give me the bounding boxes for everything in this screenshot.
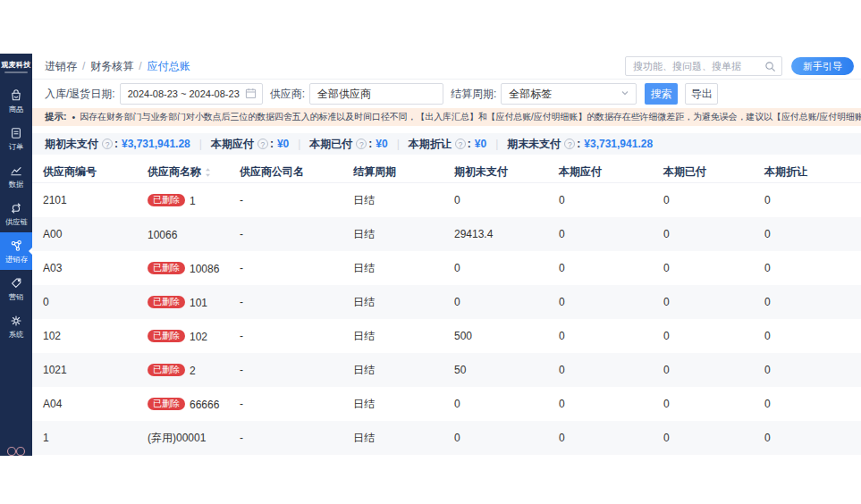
summary-separator: | [495,138,498,150]
company-name-cell: - [229,330,342,342]
sidebar-item-label: 系统 [9,330,24,338]
sidebar-item-系统[interactable]: 系统 [0,307,32,345]
settlement-cycle-cell: 日结 [342,193,443,208]
system-gear-icon [9,314,23,328]
company-name-cell: - [229,296,342,308]
settlement-cycle-cell: 日结 [342,363,443,378]
summary-value: ¥0 [475,138,486,150]
column-header-label: 本期应付 [559,164,602,180]
summary-item: 本期已付?:¥0 [309,137,387,152]
sidebar: 观麦科技 商品订单数据供应链进销存营销系统 [0,54,32,456]
settlement-cycle-cell: 日结 [342,329,443,344]
supplier-code-cell: 1021 [32,364,137,376]
supplier-name: 101 [190,296,207,308]
breadcrumb-link[interactable]: 进销存 [45,59,77,74]
summary-separator: | [199,138,202,150]
summary-colon: : [368,138,372,150]
supplier-name-cell: 已删除1 [137,194,229,207]
supplier-name: 66666 [190,398,219,410]
bag-icon [9,88,23,103]
customer-service-icon[interactable] [4,444,28,456]
supplier-name: 10066 [148,228,177,240]
summary-bar: 期初未支付?:¥3,731,941.28|本期应付?:¥0|本期已付?:¥0|本… [32,133,861,155]
cycle-label: 结算周期: [451,87,496,102]
sort-caret-icon[interactable] [204,167,212,178]
date-range-value: 2024-08-23 ~ 2024-08-23 [128,88,240,99]
period-discount-cell: 0 [754,296,861,308]
deleted-badge: 已删除 [148,262,185,274]
order-icon [9,126,23,140]
sidebar-item-供应链[interactable]: 供应链 [0,195,32,232]
search-icon[interactable] [764,61,776,72]
settlement-cycle-cell: 日结 [342,295,443,310]
period-paid-cell: 0 [653,194,754,206]
supplier-code-cell: 1 [32,432,137,444]
help-icon[interactable]: ? [102,139,113,149]
global-search-box[interactable] [625,56,782,76]
sidebar-item-label: 供应链 [5,217,28,225]
summary-separator: | [298,138,300,150]
supplier-name-cell: 已删除2 [137,364,229,377]
deleted-badge: 已删除 [148,364,185,376]
global-search-input[interactable] [631,60,764,72]
sidebar-item-数据[interactable]: 数据 [0,157,32,195]
settlement-cycle-cell: 日结 [342,261,443,276]
calendar-icon [245,88,257,101]
search-button[interactable]: 搜索 [645,83,678,105]
column-header-label: 期初未支付 [454,164,508,180]
supplier-value: 全部供应商 [317,87,371,102]
sidebar-item-商品[interactable]: 商品 [0,82,32,120]
logo-subtext [4,71,28,73]
inventory-icon [9,239,23,253]
supplier-name: 102 [190,330,207,342]
period-paid-cell: 0 [653,364,754,376]
help-icon[interactable]: ? [455,139,466,149]
summary-label: 期末未支付 [507,137,561,152]
period-discount-cell: 0 [754,432,861,444]
supplier-code-cell: 0 [32,296,137,308]
supplier-code-cell: A04 [32,398,137,410]
table-row: 1(弃用)00001-日结0000 [32,421,861,455]
period-discount-cell: 0 [754,330,861,342]
column-header: 本期应付 [548,164,653,180]
beginner-guide-button[interactable]: 新手引导 [791,57,854,75]
company-name-cell: - [229,432,342,444]
help-icon[interactable]: ? [356,139,367,149]
date-range-input[interactable]: 2024-08-23 ~ 2024-08-23 [120,83,263,105]
supply-chain-icon [9,201,23,215]
period-discount-cell: 0 [754,364,861,376]
column-header-label: 本期已付 [663,164,706,180]
period-payable-cell: 0 [548,262,653,274]
export-button[interactable]: 导出 [685,83,718,105]
period-paid-cell: 0 [653,432,754,444]
sidebar-item-营销[interactable]: 营销 [0,270,32,307]
sidebar-item-label: 订单 [9,142,24,150]
summary-label: 本期折让 [409,137,452,152]
chevron-down-icon [620,88,630,101]
help-icon[interactable]: ? [564,139,575,149]
period-paid-cell: 0 [653,228,754,240]
supplier-label: 供应商: [270,87,305,102]
company-name-cell: - [229,228,342,240]
supplier-name-cell: 已删除101 [137,296,229,309]
period-payable-cell: 0 [548,364,653,376]
supplier-name: (弃用)00001 [148,432,206,444]
sidebar-item-订单[interactable]: 订单 [0,120,32,157]
summary-value: ¥3,731,941.28 [122,138,190,150]
settlement-cycle-select[interactable]: 全部标签 [501,83,637,105]
column-header: 供应商名称 [137,164,229,180]
table-row: 1021已删除2-日结50000 [32,353,861,387]
notice-bar: 提示: • 因存在财务部门与业务部门对小数点后三位的数据四舍五入的标准以及时间口… [32,108,861,126]
column-header: 本期已付 [653,164,754,180]
table-header: 供应商编号供应商名称 供应商公司名结算周期期初未支付本期应付本期已付本期折让 [32,162,861,183]
breadcrumb-current: 应付总账 [148,59,190,74]
period-paid-cell: 0 [653,262,754,274]
table-row: A04已删除66666-日结0000 [32,387,861,421]
breadcrumb: 进销存/财务核算/应付总账 [45,59,190,74]
breadcrumb-link[interactable]: 财务核算 [90,59,133,74]
supplier-input[interactable]: 全部供应商 [309,83,443,105]
column-header: 供应商编号 [32,164,137,180]
sidebar-item-进销存[interactable]: 进销存 [0,232,32,270]
help-icon[interactable]: ? [257,139,268,149]
period-payable-cell: 0 [548,296,653,308]
